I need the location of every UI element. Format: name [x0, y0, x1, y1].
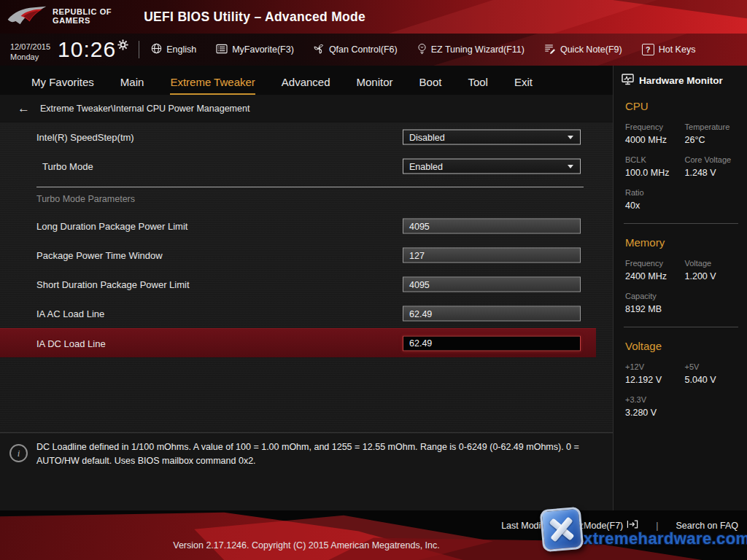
fan-icon — [314, 43, 325, 56]
chevron-down-icon — [568, 165, 573, 168]
turbo-mode-dropdown[interactable]: Enabled — [403, 159, 581, 174]
ez-tuning-wizard-button[interactable]: EZ Tuning Wizard(F11) — [417, 43, 525, 57]
main-panel: My Favorites Main Extreme Tweaker Advanc… — [0, 66, 613, 510]
date-block: 12/07/2015 Monday — [10, 42, 50, 63]
cpu-row-1: Frequency 4000 MHz Temperature 26°C — [614, 122, 747, 145]
clock-settings-icon[interactable] — [117, 39, 128, 53]
tab-my-favorites[interactable]: My Favorites — [31, 76, 94, 95]
sidebar-divider — [624, 223, 738, 224]
hardware-monitor-header: Hardware Monitor — [614, 66, 747, 88]
cpu-section-title: CPU — [614, 100, 747, 112]
hardware-monitor-panel: Hardware Monitor CPU Frequency 4000 MHz … — [613, 66, 747, 510]
cpu-core-voltage-label: Core Voltage — [685, 155, 747, 164]
note-icon — [544, 44, 556, 56]
memory-voltage-value: 1.200 V — [685, 271, 747, 281]
setting-row-long-duration: Long Duration Package Power Limit 4095 — [0, 211, 596, 241]
globe-icon — [151, 43, 162, 56]
setting-row-ia-dc-load-line[interactable]: IA DC Load Line 62.49 — [0, 328, 596, 357]
tab-tool[interactable]: Tool — [468, 76, 488, 95]
watermark-x-logo — [540, 507, 584, 553]
voltage-5v-label: +5V — [685, 362, 747, 371]
ia-ac-load-line-input[interactable]: 62.49 — [403, 306, 581, 322]
date-text: 12/07/2015 — [10, 42, 50, 52]
memory-frequency-value: 2400 MHz — [625, 271, 685, 281]
ia-dc-load-line-input[interactable]: 62.49 — [403, 335, 581, 351]
hot-keys-button[interactable]: ? Hot Keys — [642, 44, 696, 55]
toolbar-divider — [139, 41, 139, 58]
back-arrow-icon[interactable]: ← — [18, 102, 30, 114]
time-text: 10:26 — [58, 37, 116, 62]
cpu-temperature-value: 26°C — [685, 135, 747, 145]
tab-extreme-tweaker[interactable]: Extreme Tweaker — [170, 76, 255, 95]
tab-advanced[interactable]: Advanced — [282, 76, 330, 95]
voltage-3v3-label: +3.3V — [625, 395, 685, 404]
voltage-5v: +5V 5.040 V — [685, 362, 747, 385]
page-title: UEFI BIOS Utility – Advanced Mode — [144, 9, 365, 25]
cpu-core-voltage: Core Voltage 1.248 V — [685, 155, 747, 178]
toolbar-items: English MyFavorite(F3) — [151, 43, 695, 57]
section-header: Turbo Mode Parameters — [0, 187, 613, 211]
cpu-ratio-value: 40x — [625, 201, 685, 211]
voltage-12v-label: +12V — [625, 362, 685, 371]
cpu-temperature-label: Temperature — [685, 122, 747, 131]
language-button[interactable]: English — [151, 43, 196, 56]
time-window-label: Package Power Time Window — [36, 250, 163, 261]
speedstep-label: Intel(R) SpeedStep(tm) — [36, 132, 134, 143]
voltage-row-1: +12V 12.192 V +5V 5.040 V — [614, 362, 747, 385]
hot-keys-label: Hot Keys — [659, 44, 696, 55]
voltage-section-title: Voltage — [614, 340, 747, 352]
setting-row-speedstep: Intel(R) SpeedStep(tm) Disabled — [0, 122, 596, 152]
tab-monitor[interactable]: Monitor — [357, 76, 393, 95]
cpu-bclk-label: BCLK — [625, 155, 685, 164]
voltage-12v-value: 12.192 V — [625, 375, 685, 385]
header-bar: REPUBLIC OF GAMERS UEFI BIOS Utility – A… — [0, 0, 747, 34]
setting-row-turbo-mode: Turbo Mode Enabled — [0, 152, 596, 181]
language-label: English — [166, 44, 196, 55]
tab-exit[interactable]: Exit — [514, 76, 533, 95]
bulb-icon — [417, 43, 427, 57]
memory-capacity-label: Capacity — [625, 292, 685, 300]
qfan-label: Qfan Control(F6) — [329, 44, 398, 55]
ez-tuning-label: EZ Tuning Wizard(F11) — [431, 44, 525, 55]
breadcrumb-bar: ← Extreme Tweaker\Internal CPU Power Man… — [0, 95, 613, 122]
long-duration-input[interactable]: 4095 — [403, 219, 581, 234]
memory-capacity-value: 8192 MB — [625, 304, 685, 314]
myfavorite-label: MyFavorite(F3) — [232, 44, 294, 55]
voltage-3v3-value: 3.280 V — [625, 408, 685, 418]
menu-tabbar: My Favorites Main Extreme Tweaker Advanc… — [0, 66, 613, 95]
info-icon: i — [9, 444, 28, 462]
tab-boot[interactable]: Boot — [419, 76, 442, 95]
long-duration-label: Long Duration Package Power Limit — [36, 221, 187, 232]
setting-row-short-duration: Short Duration Package Power Limit 4095 — [0, 270, 596, 299]
qfan-control-button[interactable]: Qfan Control(F6) — [314, 43, 398, 56]
short-duration-input[interactable]: 4095 — [403, 277, 581, 292]
memory-voltage: Voltage 1.200 V — [685, 259, 747, 281]
hardware-monitor-title: Hardware Monitor — [639, 75, 723, 86]
quick-note-label: Quick Note(F9) — [560, 44, 622, 55]
help-text: DC Loadline defined in 1/100 mOhms. A va… — [36, 440, 592, 469]
watermark-text: xtremehardware.com — [584, 529, 747, 548]
cpu-row-3: Ratio 40x — [614, 188, 747, 211]
cpu-ratio: Ratio 40x — [625, 188, 685, 211]
speedstep-dropdown[interactable]: Disabled — [403, 130, 581, 145]
breadcrumb: Extreme Tweaker\Internal CPU Power Manag… — [40, 104, 249, 114]
turbo-mode-value: Enabled — [409, 161, 443, 171]
myfavorite-button[interactable]: MyFavorite(F3) — [216, 44, 294, 56]
toolbar: 12/07/2015 Monday 10:26 — [0, 34, 747, 66]
cpu-bclk: BCLK 100.0 MHz — [625, 155, 685, 178]
tab-main[interactable]: Main — [120, 76, 144, 95]
cpu-frequency-label: Frequency — [625, 122, 685, 131]
chevron-down-icon — [568, 136, 573, 139]
rog-logo — [6, 4, 48, 31]
voltage-row-2: +3.3V 3.280 V — [614, 395, 747, 418]
monitor-icon — [622, 74, 634, 88]
favorites-icon — [216, 44, 228, 56]
quick-note-button[interactable]: Quick Note(F9) — [544, 44, 622, 56]
memory-row-1: Frequency 2400 MHz Voltage 1.200 V — [614, 259, 747, 281]
bios-screen: REPUBLIC OF GAMERS UEFI BIOS Utility – A… — [0, 0, 747, 560]
time-window-input[interactable]: 127 — [403, 248, 581, 263]
memory-frequency: Frequency 2400 MHz — [625, 259, 685, 281]
cpu-ratio-label: Ratio — [625, 188, 685, 197]
cpu-temperature: Temperature 26°C — [685, 122, 747, 145]
version-text: Version 2.17.1246. Copyright (C) 2015 Am… — [0, 540, 613, 551]
